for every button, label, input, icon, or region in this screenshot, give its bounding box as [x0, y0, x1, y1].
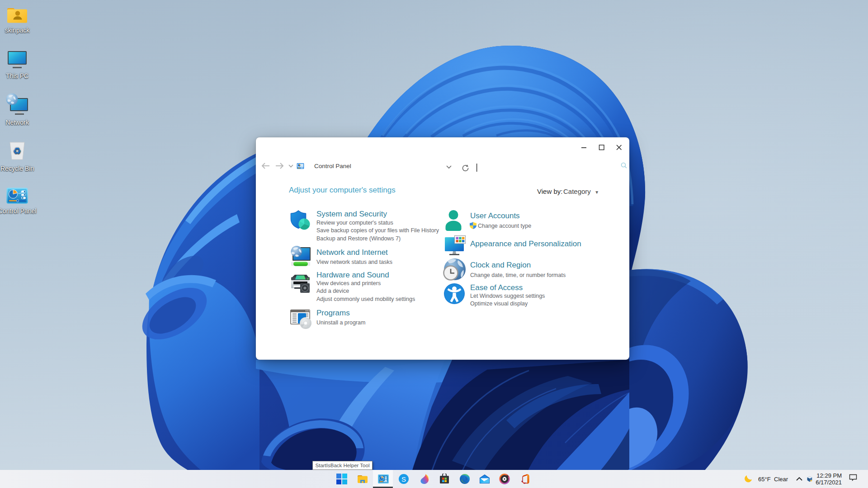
svg-text:♻: ♻: [13, 146, 21, 156]
svg-text:S: S: [401, 475, 406, 483]
